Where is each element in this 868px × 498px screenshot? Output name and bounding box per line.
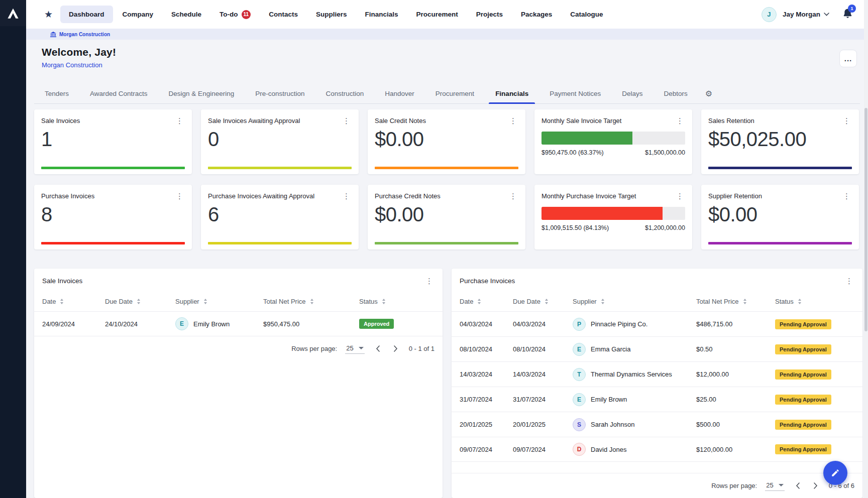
nav-item-dashboard[interactable]: Dashboard [60, 6, 113, 23]
table-row[interactable]: 09/07/2024 09/07/2024 DDavid Jones $120,… [452, 437, 862, 462]
kebab-menu-icon[interactable]: ⋮ [508, 192, 518, 200]
kebab-menu-icon[interactable]: ⋮ [341, 117, 352, 125]
notifications-button[interactable]: 1 [842, 8, 853, 21]
nav-item-packages[interactable]: Packages [512, 6, 561, 23]
kpi-title: Purchase Credit Notes [375, 192, 441, 200]
left-sidebar [0, 0, 26, 498]
tab-label: Pre-construction [255, 90, 304, 97]
column-header-total-net-price[interactable]: Total Net Price [263, 298, 359, 305]
table-row[interactable]: 08/10/2024 08/10/2024 EEmma Garcia $0.50… [452, 336, 862, 361]
tab-tenders[interactable]: Tenders [34, 84, 79, 103]
nav-item-financials[interactable]: Financials [356, 6, 406, 23]
nav-item-schedule[interactable]: Schedule [163, 6, 210, 23]
supplier-avatar: S [573, 418, 586, 431]
kebab-menu-icon[interactable]: ⋮ [174, 192, 185, 200]
nav-label: Procurement [416, 11, 458, 18]
tab-payment-notices[interactable]: Payment Notices [539, 84, 611, 103]
supplier-name: Pinnacle Piping Co. [591, 320, 647, 328]
supplier-name: Thermal Dynamics Services [591, 370, 672, 378]
kebab-menu-icon[interactable]: ⋮ [841, 117, 852, 125]
kebab-menu-icon[interactable]: ⋮ [841, 192, 852, 200]
column-header-due-date[interactable]: Due Date [513, 298, 573, 305]
column-header-date[interactable]: Date [42, 298, 105, 305]
tab-pre-construction[interactable]: Pre-construction [245, 84, 315, 103]
column-header-status[interactable]: Status [359, 298, 435, 305]
tab-handover[interactable]: Handover [374, 84, 425, 103]
supplier-name: Sarah Johnson [591, 421, 634, 428]
nav-item-suppliers[interactable]: Suppliers [307, 6, 356, 23]
tab-financials[interactable]: Financials [485, 84, 539, 103]
rows-per-page-select[interactable]: 25 [345, 343, 364, 354]
supplier-name: Emily Brown [591, 396, 627, 403]
column-header-supplier[interactable]: Supplier [175, 298, 263, 305]
company-link[interactable]: Morgan Construction [42, 61, 102, 69]
kebab-menu-icon[interactable]: ⋮ [174, 117, 185, 125]
kebab-menu-icon[interactable]: ⋮ [341, 192, 352, 200]
app-logo[interactable] [0, 0, 26, 26]
table-row[interactable]: 04/03/2024 04/03/2024 PPinnacle Piping C… [452, 311, 862, 336]
column-header-status[interactable]: Status [775, 298, 854, 305]
tab-construction[interactable]: Construction [315, 84, 374, 103]
table-row[interactable]: 20/01/2025 20/01/2025 SSarah Johnson $50… [452, 412, 862, 437]
nav-item-contacts[interactable]: Contacts [260, 6, 306, 23]
tab-debtors[interactable]: Debtors [653, 84, 698, 103]
supplier-avatar: E [573, 343, 586, 356]
tab-awarded-contracts[interactable]: Awarded Contracts [79, 84, 158, 103]
nav-label: To-do [220, 11, 238, 18]
nav-item-company[interactable]: Company [114, 6, 162, 23]
dashboard-content: Welcome, Jay! Morgan Construction ... Te… [26, 40, 868, 498]
tab-procurement[interactable]: Procurement [425, 84, 485, 103]
cell-date: 14/03/2024 [460, 370, 513, 378]
main-nav: Dashboard Company Schedule To-do 11 Cont… [60, 0, 612, 29]
welcome-block: Welcome, Jay! Morgan Construction [42, 46, 116, 69]
kebab-menu-icon[interactable]: ⋮ [675, 192, 685, 200]
supplier-avatar: E [573, 393, 586, 406]
kpi-value: 1 [41, 128, 185, 151]
user-avatar[interactable]: J [762, 7, 777, 22]
kpi-value: $0.00 [375, 203, 518, 226]
purchase-invoices-table-card: Purchase Invoices ⋮ Date Due Date Suppli… [452, 269, 862, 498]
cell-date: 31/07/2024 [460, 396, 513, 403]
user-menu[interactable]: Jay Morgan [783, 11, 829, 18]
nav-label: Contacts [269, 11, 298, 18]
tab-label: Financials [495, 90, 528, 97]
column-header-due-date[interactable]: Due Date [105, 298, 175, 305]
next-page-button[interactable] [811, 481, 821, 490]
table-row[interactable]: 24/09/2024 24/10/2024 E Emily Brown $950… [34, 311, 443, 336]
tab-label: Handover [385, 90, 414, 97]
supplier-name: Emily Brown [193, 320, 230, 328]
prev-page-button[interactable] [373, 344, 383, 353]
kebab-menu-icon[interactable]: ⋮ [675, 117, 685, 125]
tab-design-engineering[interactable]: Design & Engineering [158, 84, 245, 103]
table-row[interactable]: 14/03/2024 14/03/2024 TThermal Dynamics … [452, 361, 862, 387]
sort-icon [203, 298, 207, 305]
sort-icon [310, 298, 314, 305]
table-title: Sale Invoices [42, 277, 82, 285]
column-header-total-net-price[interactable]: Total Net Price [696, 298, 775, 305]
kebab-menu-icon[interactable]: ⋮ [844, 277, 854, 285]
table-row[interactable]: 31/07/2024 31/07/2024 EEmily Brown $25.0… [452, 387, 862, 412]
kebab-menu-icon[interactable]: ⋮ [508, 117, 518, 125]
nav-item-catalogue[interactable]: Catalogue [562, 6, 611, 23]
nav-item-todo[interactable]: To-do 11 [211, 5, 259, 24]
tab-delays[interactable]: Delays [611, 84, 653, 103]
kebab-menu-icon[interactable]: ⋮ [424, 277, 435, 285]
favorites-star-icon[interactable]: ★ [44, 9, 53, 20]
create-fab-button[interactable] [823, 461, 847, 485]
rows-per-page-select[interactable]: 25 [765, 480, 784, 491]
scrollbar-thumb[interactable] [864, 108, 867, 331]
prev-page-button[interactable] [793, 481, 803, 490]
tab-settings-gear-icon[interactable]: ⚙ [698, 84, 719, 103]
page-scrollbar[interactable] [864, 0, 868, 498]
page-options-button[interactable]: ... [839, 50, 857, 67]
next-page-button[interactable] [391, 344, 401, 353]
column-header-date[interactable]: Date [460, 298, 513, 305]
nav-item-procurement[interactable]: Procurement [407, 6, 466, 23]
nav-item-projects[interactable]: Projects [468, 6, 511, 23]
kpi-row-sales: Sale Invoices⋮ 1 Sale Invoices Awaiting … [34, 109, 859, 174]
cell-status: Pending Approval [775, 319, 854, 329]
breadcrumb-company[interactable]: Morgan Construction [59, 32, 110, 37]
rows-per-page-value: 25 [346, 344, 353, 352]
column-header-supplier[interactable]: Supplier [573, 298, 696, 305]
sort-icon [798, 298, 802, 305]
